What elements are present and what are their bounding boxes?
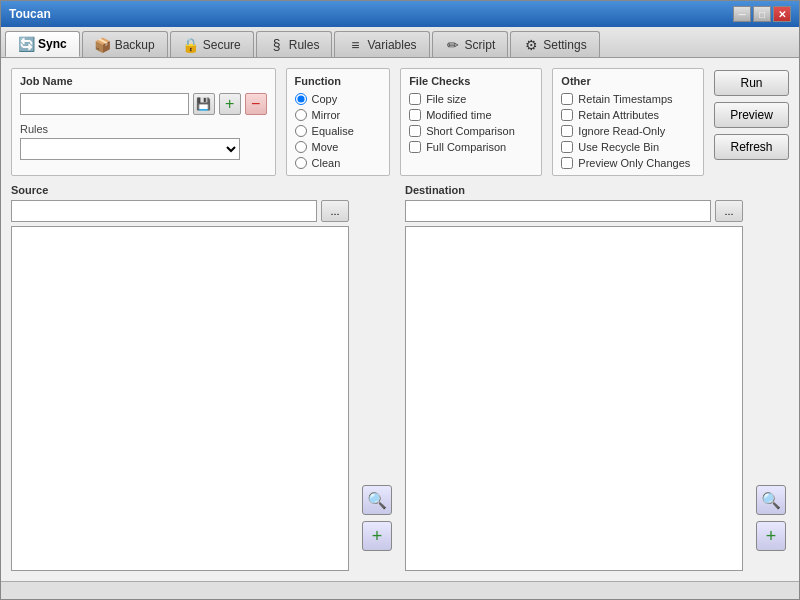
full-comparison-checkbox[interactable] [409, 141, 421, 153]
destination-file-list[interactable] [405, 226, 743, 571]
modified-time-checkbox[interactable] [409, 109, 421, 121]
middle-controls: 🔍 + [359, 184, 395, 571]
short-comparison-label: Short Comparison [426, 125, 515, 137]
destination-browse-button[interactable]: ... [715, 200, 743, 222]
retain-attributes-option[interactable]: Retain Attributes [561, 109, 695, 121]
file-checks-group: File size Modified time Short Comparison… [409, 93, 533, 153]
function-move-radio[interactable] [295, 141, 307, 153]
destination-path-input[interactable] [405, 200, 711, 222]
function-move-option[interactable]: Move [295, 141, 382, 153]
save-job-button[interactable]: 💾 [193, 93, 215, 115]
preview-only-changes-checkbox[interactable] [561, 157, 573, 169]
function-label: Function [295, 75, 382, 87]
title-bar-controls: ─ □ ✕ [733, 6, 791, 22]
file-checks-section: File Checks File size Modified time Shor… [400, 68, 542, 176]
function-copy-option[interactable]: Copy [295, 93, 382, 105]
tab-rules[interactable]: § Rules [256, 31, 333, 57]
short-comparison-option[interactable]: Short Comparison [409, 125, 533, 137]
short-comparison-checkbox[interactable] [409, 125, 421, 137]
tab-sync[interactable]: 🔄 Sync [5, 31, 80, 57]
tab-script-label: Script [465, 38, 496, 52]
tab-script[interactable]: ✏ Script [432, 31, 509, 57]
function-radio-group: Copy Mirror Equalise Move [295, 93, 382, 169]
file-size-option[interactable]: File size [409, 93, 533, 105]
right-controls: 🔍 + [753, 184, 789, 571]
source-label: Source [11, 184, 349, 196]
tab-variables-label: Variables [367, 38, 416, 52]
window-title: Toucan [9, 7, 51, 21]
title-bar: Toucan ─ □ ✕ [1, 1, 799, 27]
retain-attributes-label: Retain Attributes [578, 109, 659, 121]
script-icon: ✏ [445, 37, 461, 53]
tab-sync-label: Sync [38, 37, 67, 51]
sync-icon: 🔄 [18, 36, 34, 52]
tab-secure[interactable]: 🔒 Secure [170, 31, 254, 57]
job-name-row: 💾 + − [20, 93, 267, 115]
add-icon: + [372, 526, 383, 547]
rules-dropdown[interactable] [20, 138, 240, 160]
full-comparison-label: Full Comparison [426, 141, 506, 153]
top-section: Job Name 💾 + − Rules [11, 68, 789, 176]
destination-search-button[interactable]: 🔍 [756, 485, 786, 515]
destination-panel: Destination ... [405, 184, 743, 571]
add-job-button[interactable]: + [219, 93, 241, 115]
function-clean-option[interactable]: Clean [295, 157, 382, 169]
tab-backup-label: Backup [115, 38, 155, 52]
preview-only-changes-option[interactable]: Preview Only Changes [561, 157, 695, 169]
retain-timestamps-checkbox[interactable] [561, 93, 573, 105]
full-comparison-option[interactable]: Full Comparison [409, 141, 533, 153]
file-size-checkbox[interactable] [409, 93, 421, 105]
run-button[interactable]: Run [714, 70, 789, 96]
preview-button[interactable]: Preview [714, 102, 789, 128]
job-name-label: Job Name [20, 75, 267, 87]
source-search-button[interactable]: 🔍 [362, 485, 392, 515]
ignore-readonly-label: Ignore Read-Only [578, 125, 665, 137]
ignore-readonly-option[interactable]: Ignore Read-Only [561, 125, 695, 137]
other-label: Other [561, 75, 695, 87]
function-equalise-label: Equalise [312, 125, 354, 137]
source-browse-button[interactable]: ... [321, 200, 349, 222]
function-mirror-option[interactable]: Mirror [295, 109, 382, 121]
dest-add-icon: + [766, 526, 777, 547]
tab-settings[interactable]: ⚙ Settings [510, 31, 599, 57]
ignore-readonly-checkbox[interactable] [561, 125, 573, 137]
dest-search-icon: 🔍 [761, 491, 781, 510]
use-recycle-bin-checkbox[interactable] [561, 141, 573, 153]
destination-add-button[interactable]: + [756, 521, 786, 551]
source-path-input[interactable] [11, 200, 317, 222]
delete-job-button[interactable]: − [245, 93, 267, 115]
source-file-list[interactable] [11, 226, 349, 571]
bottom-section: Source ... 🔍 + Destination [11, 184, 789, 571]
modified-time-option[interactable]: Modified time [409, 109, 533, 121]
retain-attributes-checkbox[interactable] [561, 109, 573, 121]
function-mirror-label: Mirror [312, 109, 341, 121]
use-recycle-bin-option[interactable]: Use Recycle Bin [561, 141, 695, 153]
source-panel: Source ... [11, 184, 349, 571]
close-button[interactable]: ✕ [773, 6, 791, 22]
action-buttons: Run Preview Refresh [714, 68, 789, 160]
rules-row [20, 138, 267, 160]
rules-icon: § [269, 37, 285, 53]
secure-icon: 🔒 [183, 37, 199, 53]
tab-variables[interactable]: ≡ Variables [334, 31, 429, 57]
preview-only-changes-label: Preview Only Changes [578, 157, 690, 169]
source-add-button[interactable]: + [362, 521, 392, 551]
function-equalise-option[interactable]: Equalise [295, 125, 382, 137]
function-mirror-radio[interactable] [295, 109, 307, 121]
status-bar [1, 581, 799, 599]
function-equalise-radio[interactable] [295, 125, 307, 137]
function-move-label: Move [312, 141, 339, 153]
minimize-button[interactable]: ─ [733, 6, 751, 22]
retain-timestamps-option[interactable]: Retain Timestamps [561, 93, 695, 105]
destination-label: Destination [405, 184, 743, 196]
function-section: Function Copy Mirror Equalise [286, 68, 391, 176]
function-clean-radio[interactable] [295, 157, 307, 169]
maximize-button[interactable]: □ [753, 6, 771, 22]
tab-rules-label: Rules [289, 38, 320, 52]
function-clean-label: Clean [312, 157, 341, 169]
job-name-dropdown[interactable] [20, 93, 189, 115]
refresh-button[interactable]: Refresh [714, 134, 789, 160]
modified-time-label: Modified time [426, 109, 491, 121]
function-copy-radio[interactable] [295, 93, 307, 105]
tab-backup[interactable]: 📦 Backup [82, 31, 168, 57]
